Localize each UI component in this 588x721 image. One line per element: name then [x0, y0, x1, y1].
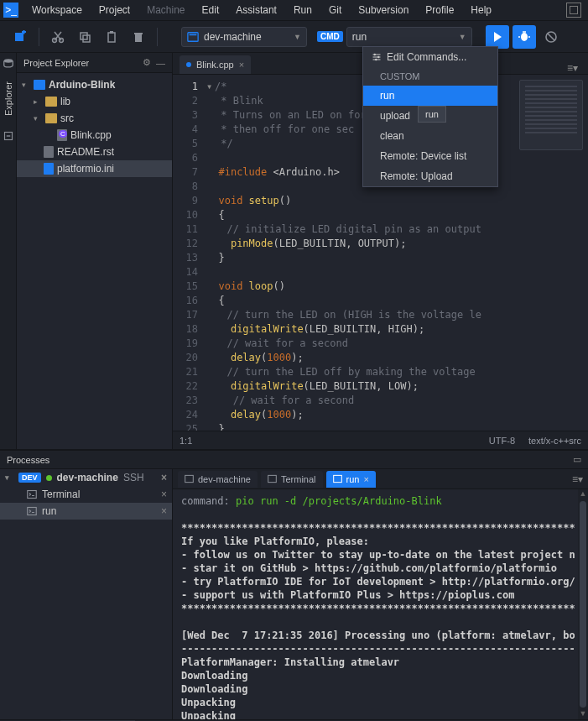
menu-machine[interactable]: Machine — [138, 4, 193, 16]
process-machine[interactable]: ▾ DEV dev-machine SSH × — [0, 469, 172, 486]
svg-point-17 — [374, 54, 376, 55]
process-item-run[interactable]: run × — [0, 503, 172, 520]
svg-rect-22 — [185, 475, 194, 482]
cmd-item-clean[interactable]: clean — [363, 126, 497, 146]
svg-point-19 — [375, 59, 377, 60]
terminal-tab-machine[interactable]: dev-machine — [178, 471, 258, 488]
tree-file-blink[interactable]: Blink.cpp — [17, 127, 172, 144]
menu-workspace[interactable]: Workspace — [23, 4, 91, 16]
mime-label: text/x-c++src — [528, 436, 581, 446]
svg-point-15 — [3, 59, 13, 62]
menu-edit[interactable]: Edit — [194, 4, 228, 16]
svg-rect-20 — [28, 491, 37, 499]
panel-collapse-icon[interactable]: ▭ — [573, 454, 581, 465]
tree-folder-lib[interactable]: ▸ lib — [17, 93, 172, 110]
terminal-area: dev-machine Terminal run × ≡▾ command: p… — [173, 469, 588, 719]
cut-icon[interactable] — [46, 25, 70, 49]
menu-project[interactable]: Project — [91, 4, 138, 16]
svg-rect-24 — [333, 475, 341, 482]
debug-button[interactable] — [513, 25, 536, 49]
terminal-output[interactable]: command: pio run -d /projects/Arduino-Bl… — [173, 489, 578, 719]
stop-button[interactable] — [539, 25, 563, 49]
run-button[interactable] — [486, 25, 509, 49]
cursor-pos: 1:1 — [180, 436, 192, 446]
tree-project[interactable]: ▾ Arduino-Blink — [17, 76, 172, 93]
menu-assistant[interactable]: Assistant — [227, 4, 285, 16]
db-icon[interactable] — [3, 58, 14, 70]
cmd-item-remote-device-list[interactable]: Remote: Device list — [363, 146, 497, 166]
status-dot-icon — [46, 475, 52, 481]
process-item-terminal[interactable]: Terminal × — [0, 486, 172, 503]
sliders-icon — [372, 52, 382, 62]
menu-profile[interactable]: Profile — [417, 4, 462, 16]
svg-rect-23 — [268, 475, 277, 482]
close-icon[interactable]: × — [161, 472, 167, 483]
command-selector[interactable]: run ▼ — [346, 27, 472, 47]
svg-rect-8 — [110, 31, 113, 34]
cmd-item-remote-upload[interactable]: Remote: Upload — [363, 166, 497, 186]
svg-rect-5 — [81, 33, 87, 39]
dropdown-section: CUSTOM — [363, 67, 497, 86]
editor-tab[interactable]: Blink.cpp × — [180, 55, 251, 74]
collapse-icon[interactable] — [3, 131, 13, 141]
new-icon[interactable] — [8, 25, 32, 49]
svg-rect-21 — [28, 508, 37, 515]
encoding-label: UTF-8 — [489, 436, 515, 446]
menu-subversion[interactable]: Subversion — [350, 4, 417, 16]
tree-file-platformio[interactable]: platformio.ini — [17, 160, 172, 177]
line-gutter: 1234567891011121314151617181920212223242… — [173, 75, 203, 431]
scrollbar[interactable]: ▲▼ — [578, 489, 588, 719]
close-icon[interactable]: × — [161, 505, 167, 517]
explorer-title: Project Explorer ⚙ — — [17, 53, 172, 73]
svg-rect-12 — [190, 34, 197, 35]
terminal-tabs: dev-machine Terminal run × ≡▾ — [173, 469, 588, 489]
close-icon[interactable]: × — [363, 474, 368, 484]
close-icon[interactable]: × — [161, 489, 167, 500]
menubar: >_ WorkspaceProjectMachineEditAssistantR… — [0, 0, 588, 21]
chevron-down-icon: ▼ — [294, 33, 301, 41]
terminal-icon — [27, 489, 37, 499]
minimap[interactable] — [519, 80, 583, 150]
svg-rect-6 — [83, 35, 90, 42]
processes-tree: ▾ DEV dev-machine SSH × Terminal × run × — [0, 469, 173, 719]
command-selector-label: run — [352, 31, 367, 43]
close-icon[interactable]: × — [239, 60, 244, 70]
tab-dot-icon — [186, 62, 191, 67]
svg-rect-7 — [108, 33, 115, 42]
cmd-badge: CMD — [317, 31, 343, 42]
tree-folder-src[interactable]: ▾ src — [17, 110, 172, 127]
panel-minimize-icon[interactable]: — — [156, 58, 165, 68]
explorer-side-label[interactable]: Explorer — [3, 81, 13, 116]
chevron-down-icon: ▼ — [459, 33, 466, 41]
panel-gear-icon[interactable]: ⚙ — [143, 57, 151, 68]
delete-icon[interactable] — [127, 25, 150, 49]
svg-rect-2 — [23, 30, 25, 34]
editor-statusbar: 1:1 UTF-8 text/x-c++src — [173, 431, 588, 449]
svg-rect-9 — [135, 34, 142, 42]
project-explorer: Project Explorer ⚙ — ▾ Arduino-Blink ▸ l… — [17, 53, 173, 449]
tab-menu-icon[interactable]: ≡▾ — [564, 62, 581, 74]
tooltip: run — [418, 106, 446, 123]
tab-menu-icon[interactable]: ≡▾ — [567, 473, 588, 485]
fullscreen-icon[interactable] — [566, 3, 581, 18]
copy-icon[interactable] — [73, 25, 96, 49]
toolbar: dev-machine ▼ CMD run ▼ — [0, 21, 588, 53]
svg-rect-11 — [188, 32, 198, 41]
svg-rect-10 — [134, 33, 143, 34]
menu-run[interactable]: Run — [285, 4, 320, 16]
edit-commands-item[interactable]: Edit Commands... — [363, 47, 497, 67]
processes-title: Processes ▭ — [0, 451, 588, 469]
cmd-item-run[interactable]: run — [363, 86, 497, 106]
app-logo-icon[interactable]: >_ — [3, 3, 18, 18]
svg-point-13 — [521, 33, 528, 41]
svg-point-18 — [377, 56, 379, 58]
menu-git[interactable]: Git — [320, 4, 350, 16]
machine-selector-label: dev-machine — [204, 31, 262, 43]
terminal-tab-terminal[interactable]: Terminal — [261, 471, 323, 488]
terminal-tab-run[interactable]: run × — [326, 471, 376, 488]
menu-help[interactable]: Help — [462, 4, 500, 16]
terminal-icon — [27, 506, 37, 516]
paste-icon[interactable] — [100, 25, 123, 49]
machine-selector[interactable]: dev-machine ▼ — [181, 27, 307, 47]
tree-file-readme[interactable]: README.rst — [17, 144, 172, 160]
